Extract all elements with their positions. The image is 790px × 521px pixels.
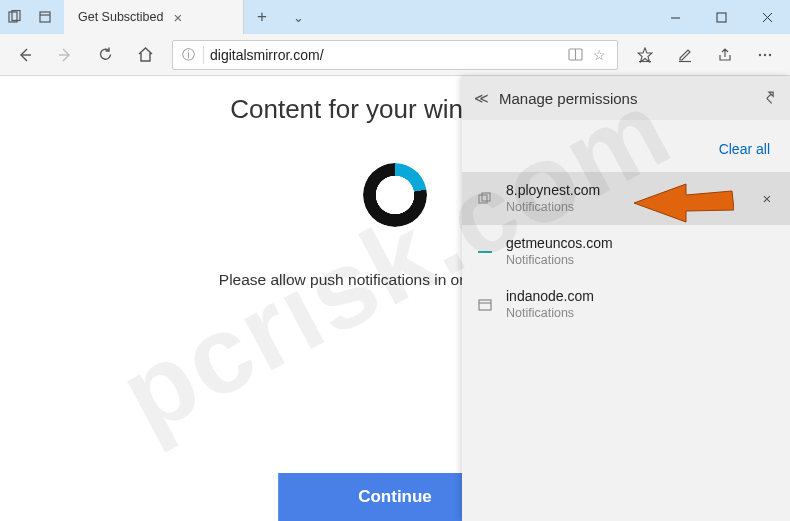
reading-view-icon[interactable]: [563, 47, 587, 62]
svg-rect-2: [40, 12, 50, 22]
svg-rect-5: [717, 13, 726, 22]
share-button[interactable]: [706, 36, 744, 74]
new-tab-button[interactable]: +: [244, 0, 280, 34]
favorites-button[interactable]: [626, 36, 664, 74]
svg-point-14: [759, 53, 761, 55]
permission-item[interactable]: 8.ploynest.comNotifications×: [462, 172, 790, 225]
titlebar: Get Subsctibed × + ⌄: [0, 0, 790, 34]
svg-marker-22: [634, 184, 734, 222]
panel-pin-icon[interactable]: [764, 90, 778, 107]
permission-item[interactable]: getmeuncos.comNotifications: [462, 225, 790, 278]
remove-permission-icon[interactable]: ×: [758, 190, 776, 207]
url-text: digitalsmirror.com/: [210, 47, 563, 63]
loading-spinner-icon: [363, 163, 427, 227]
site-info-icon[interactable]: ⓘ: [179, 46, 197, 64]
permission-list: 8.ploynest.comNotifications×getmeuncos.c…: [462, 172, 790, 331]
svg-point-16: [769, 53, 771, 55]
clear-all-link[interactable]: Clear all: [719, 141, 770, 157]
notes-button[interactable]: [666, 36, 704, 74]
permission-text: indanode.comNotifications: [506, 288, 776, 321]
permission-item[interactable]: indanode.comNotifications: [462, 278, 790, 331]
permission-domain: indanode.com: [506, 288, 776, 306]
forward-button[interactable]: [46, 36, 84, 74]
tabs-list-icon[interactable]: [30, 0, 60, 34]
tab-chevron-icon[interactable]: ⌄: [280, 0, 316, 34]
panel-back-icon[interactable]: ≪: [474, 90, 489, 106]
separator: [203, 46, 204, 64]
maximize-button[interactable]: [698, 0, 744, 34]
panel-header: ≪ Manage permissions: [462, 76, 790, 120]
close-window-button[interactable]: [744, 0, 790, 34]
permission-sub: Notifications: [506, 306, 776, 322]
refresh-button[interactable]: [86, 36, 124, 74]
site-icon: [476, 190, 494, 208]
site-icon: [476, 296, 494, 314]
home-button[interactable]: [126, 36, 164, 74]
toolbar: ⓘ digitalsmirror.com/ ☆: [0, 34, 790, 76]
minimize-button[interactable]: [652, 0, 698, 34]
panel-title: Manage permissions: [499, 90, 754, 107]
svg-rect-17: [479, 195, 487, 203]
titlebar-left: [0, 0, 60, 34]
window-controls: [652, 0, 790, 34]
svg-rect-20: [479, 300, 491, 310]
address-bar[interactable]: ⓘ digitalsmirror.com/ ☆: [172, 40, 618, 70]
site-icon: [476, 243, 494, 261]
settings-more-button[interactable]: [746, 36, 784, 74]
back-button[interactable]: [6, 36, 44, 74]
browser-tab[interactable]: Get Subsctibed ×: [64, 0, 244, 34]
permission-text: getmeuncos.comNotifications: [506, 235, 776, 268]
permission-domain: getmeuncos.com: [506, 235, 776, 253]
svg-point-15: [764, 53, 766, 55]
panel-clear-row: Clear all: [462, 120, 790, 172]
favorite-star-icon[interactable]: ☆: [587, 47, 611, 63]
tabs-aside-icon[interactable]: [0, 0, 30, 34]
permission-sub: Notifications: [506, 253, 776, 269]
tab-close-icon[interactable]: ×: [173, 9, 182, 26]
permissions-panel: ≪ Manage permissions Clear all 8.ploynes…: [462, 76, 790, 521]
tab-title: Get Subsctibed: [78, 10, 163, 24]
svg-rect-18: [482, 193, 490, 201]
annotation-arrow-icon: [634, 178, 734, 228]
